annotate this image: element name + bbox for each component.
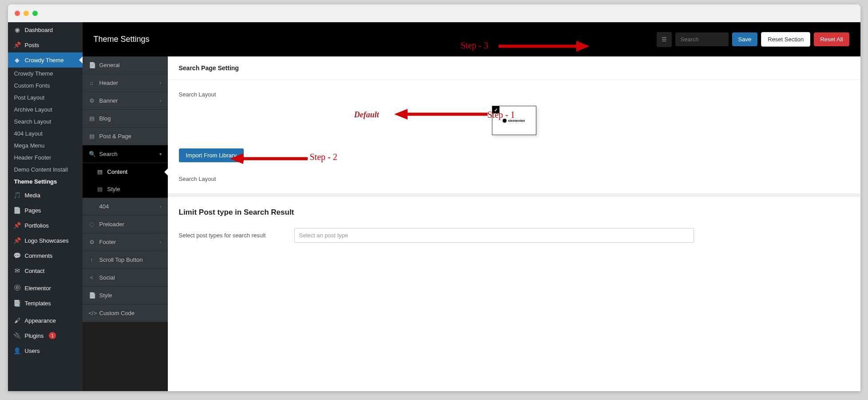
settings-item-social[interactable]: <Social xyxy=(83,269,168,287)
wp-menu-elementor[interactable]: ⓔElementor xyxy=(8,280,83,296)
wp-menu-comments[interactable]: 💬Comments xyxy=(8,248,83,263)
wp-menu-posts[interactable]: 📌Posts xyxy=(8,37,83,52)
book-icon: ▤ xyxy=(97,168,103,175)
user-icon: 👤 xyxy=(13,347,21,355)
wp-submenu-header-footer[interactable]: Header Footer xyxy=(8,152,83,164)
wp-menu-crowdy-theme[interactable]: ◆Crowdy Theme xyxy=(8,52,83,68)
wp-menu-label: Portfolios xyxy=(25,222,49,229)
wp-menu-label: Appearance xyxy=(25,317,56,324)
window-max-dot[interactable] xyxy=(32,11,38,16)
comments-icon: 💬 xyxy=(13,252,21,260)
pin-icon: 📌 xyxy=(13,41,21,49)
chevron-down-icon: ▾ xyxy=(159,152,162,156)
wp-menu-label: Crowdy Theme xyxy=(25,57,64,64)
wp-submenu-mega-menu[interactable]: Mega Menu xyxy=(8,140,83,152)
wp-menu-label: Templates xyxy=(25,300,51,307)
layout-picker: Default ✓ elementor xyxy=(179,106,849,135)
settings-item-404[interactable]: 404› xyxy=(83,198,168,216)
wp-menu-templates[interactable]: 📑Templates xyxy=(8,296,83,311)
wp-submenu-post-layout[interactable]: Post Layout xyxy=(8,92,83,104)
settings-item-footer[interactable]: ⚙Footer› xyxy=(83,233,168,251)
wp-submenu-theme-settings[interactable]: Theme Settings xyxy=(8,176,83,188)
wp-menu-plugins[interactable]: 🔌Plugins1 xyxy=(8,328,83,343)
reset-section-button[interactable]: Reset Section xyxy=(761,32,810,47)
wp-menu-media[interactable]: 🎵Media xyxy=(8,188,83,203)
settings-item-search[interactable]: 🔍Search▾ xyxy=(83,145,168,163)
header-actions: ☰ Save Reset Section Reset All xyxy=(657,32,849,47)
chevron-right-icon: › xyxy=(160,240,161,244)
wp-menu-contact[interactable]: ✉Contact xyxy=(8,263,83,278)
settings-item-header[interactable]: ⌂Header› xyxy=(83,74,168,92)
up-icon: ↑ xyxy=(89,256,95,263)
wp-submenu-404-layout[interactable]: 404 Layout xyxy=(8,128,83,140)
default-annotation: Default xyxy=(354,110,379,120)
plug-icon: 🔌 xyxy=(13,332,21,340)
chevron-right-icon: › xyxy=(160,80,161,85)
wp-menu-label: Pages xyxy=(25,207,41,214)
settings-item-scroll-top-button[interactable]: ↑Scroll Top Button xyxy=(83,251,168,269)
toggle-view-button[interactable]: ☰ xyxy=(657,32,672,47)
post-type-select-label: Select post types for search result xyxy=(179,232,277,239)
divider xyxy=(168,193,860,197)
settings-sub-style[interactable]: ▤Style xyxy=(83,180,168,198)
wp-submenu-demo-content-install[interactable]: Demo Content Install xyxy=(8,164,83,176)
wp-submenu-search-layout[interactable]: Search Layout xyxy=(8,116,83,128)
book-icon: ▤ xyxy=(97,186,103,192)
settings-item-label: Search xyxy=(99,151,118,157)
settings-item-label: Custom Code xyxy=(99,310,135,316)
save-button[interactable]: Save xyxy=(732,32,758,46)
wp-submenu-crowdy-theme[interactable]: Crowdy Theme xyxy=(8,68,83,80)
settings-item-post-&-page[interactable]: ▤Post & Page xyxy=(83,128,168,145)
settings-item-label: Style xyxy=(99,292,112,299)
settings-item-banner[interactable]: ⚙Banner› xyxy=(83,92,168,110)
settings-search-input[interactable] xyxy=(675,32,729,46)
wp-menu-logo-showcases[interactable]: 📌Logo Showcases xyxy=(8,233,83,248)
dashboard-icon: ◉ xyxy=(13,26,21,34)
wp-menu-label: Dashboard xyxy=(25,27,53,33)
wp-menu-label: Plugins xyxy=(25,332,44,339)
home-icon: ⌂ xyxy=(89,80,95,86)
wp-submenu-archive-layout[interactable]: Archive Layout xyxy=(8,104,83,116)
window-min-dot[interactable] xyxy=(24,11,29,16)
wp-menu-users[interactable]: 👤Users xyxy=(8,343,83,358)
window-close-dot[interactable] xyxy=(15,11,20,16)
settings-item-blog[interactable]: ▤Blog xyxy=(83,110,168,128)
layout-option-elementor[interactable]: ✓ elementor xyxy=(492,106,536,135)
settings-item-label: Footer xyxy=(99,239,116,245)
settings-item-style[interactable]: 📄Style xyxy=(83,287,168,304)
wp-menu-appearance[interactable]: 🖌Appearance xyxy=(8,313,83,328)
settings-item-general[interactable]: 📄General xyxy=(83,56,168,74)
settings-panel: Search Page Setting Search Layout Defaul… xyxy=(168,56,860,391)
content-area: Theme Settings ☰ Save Reset Section Rese… xyxy=(83,22,860,391)
reset-all-button[interactable]: Reset All xyxy=(814,32,849,46)
page-title: Theme Settings xyxy=(94,35,150,44)
code-icon: </> xyxy=(89,310,95,316)
settings-sub-label: Content xyxy=(107,168,128,175)
settings-item-label: Banner xyxy=(99,97,118,104)
gear-icon: ⚙ xyxy=(89,97,95,104)
settings-sub-content[interactable]: ▤Content xyxy=(83,163,168,180)
post-type-field-row: Select post types for search result Sele… xyxy=(168,228,860,254)
layout-option-label: elementor xyxy=(508,119,525,123)
settings-item-label: Social xyxy=(99,274,115,281)
doc-icon: 📄 xyxy=(89,62,95,68)
search-icon: 🔍 xyxy=(89,151,95,157)
settings-item-label: General xyxy=(99,62,120,68)
settings-item-label: Header xyxy=(99,80,119,86)
wp-menu-pages[interactable]: 📄Pages xyxy=(8,203,83,218)
settings-item-preloader[interactable]: ◌Preloader xyxy=(83,216,168,233)
settings-sidebar: 📄General⌂Header›⚙Banner›▤Blog▤Post & Pag… xyxy=(83,56,168,391)
badge: 1 xyxy=(49,332,56,339)
wp-submenu-custom-fonts[interactable]: Custom Fonts xyxy=(8,80,83,92)
wp-menu-dashboard[interactable]: ◉Dashboard xyxy=(8,22,83,37)
pin-icon: 📌 xyxy=(13,236,21,244)
search-layout-label: Search Layout xyxy=(179,91,849,98)
post-type-select[interactable]: Select an post type xyxy=(294,228,694,243)
import-from-library-button[interactable]: Import From Library xyxy=(179,148,244,162)
panel-section-header: Search Page Setting xyxy=(168,56,860,80)
wp-menu-label: Contact xyxy=(25,268,45,274)
settings-item-custom-code[interactable]: </>Custom Code xyxy=(83,304,168,322)
chevron-right-icon: › xyxy=(160,98,161,103)
pin-icon: 📌 xyxy=(13,221,21,229)
wp-menu-portfolios[interactable]: 📌Portfolios xyxy=(8,218,83,233)
